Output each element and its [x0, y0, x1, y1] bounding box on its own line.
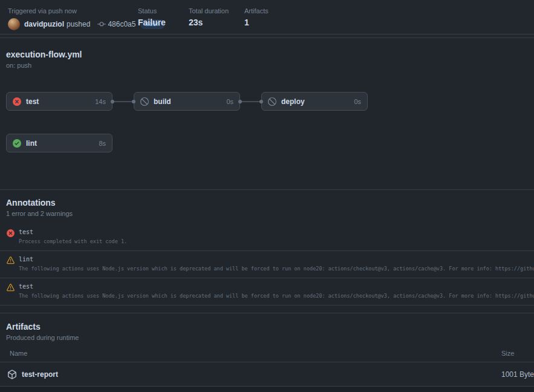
- action-text: pushed: [67, 20, 90, 28]
- artifacts-label: Artifacts: [244, 7, 269, 15]
- artifact-size: 1001 Bytes: [501, 370, 534, 379]
- annotation-message: Process completed with exit code 1.: [19, 238, 534, 244]
- artifact-name[interactable]: test-report: [22, 370, 501, 379]
- job-connector: [240, 101, 261, 102]
- check-circle-fill-icon: [13, 139, 21, 148]
- annotation-message: The following actions uses Node.js versi…: [19, 293, 534, 299]
- job-card-deploy[interactable]: deploy 0s: [261, 92, 368, 111]
- annotations-section: Annotations 1 error and 2 warnings test …: [0, 190, 534, 313]
- page-footer: [0, 387, 534, 392]
- job-duration: 14s: [95, 98, 106, 105]
- x-circle-fill-icon: [7, 229, 15, 237]
- artifacts-title: Artifacts: [6, 322, 528, 332]
- duration-stat: Total duration 23s: [189, 7, 229, 27]
- annotations-title: Annotations: [6, 198, 528, 207]
- annotation-error-test[interactable]: test Process completed with exit code 1.: [0, 224, 534, 251]
- artifacts-table: Name Size test-report 1001 Bytes: [0, 350, 534, 387]
- job-card-lint[interactable]: lint 8s: [6, 134, 112, 152]
- job-name: deploy: [281, 97, 354, 106]
- artifacts-table-header: Name Size: [0, 350, 534, 362]
- annotation-warning-test[interactable]: test The following actions uses Node.js …: [0, 278, 534, 305]
- status-stat: Status Failure: [138, 7, 166, 27]
- job-name: test: [26, 97, 95, 106]
- job-name: build: [154, 97, 226, 106]
- annotation-job-name: lint: [19, 256, 534, 263]
- run-summary-header: Triggered via push now davidpuziol pushe…: [0, 0, 534, 34]
- annotation-warning-lint[interactable]: lint The following actions uses Node.js …: [0, 251, 534, 278]
- annotation-list: test Process completed with exit code 1.…: [0, 224, 534, 305]
- name-column-header: Name: [10, 350, 501, 357]
- x-circle-fill-icon: [13, 97, 21, 106]
- artifacts-stat: Artifacts 1: [244, 7, 269, 27]
- git-commit-icon: [97, 20, 106, 28]
- annotation-message: The following actions uses Node.js versi…: [19, 266, 534, 272]
- artifacts-count: 1: [244, 18, 269, 27]
- artifacts-section: Artifacts Produced during runtime Name S…: [0, 313, 534, 387]
- job-name: lint: [26, 139, 99, 148]
- status-value: Failure: [138, 18, 166, 27]
- trigger-info: Triggered via push now davidpuziol pushe…: [8, 7, 534, 30]
- annotations-subtitle: 1 error and 2 warnings: [6, 210, 528, 217]
- commit-link[interactable]: 486c0a5: [108, 20, 135, 28]
- duration-label: Total duration: [189, 7, 229, 15]
- run-content: execution-flow.yml on: push test 14s bui…: [0, 38, 534, 387]
- job-connector: [112, 101, 134, 102]
- workflow-file-title: execution-flow.yml: [6, 50, 528, 59]
- workflow-graph-section: execution-flow.yml on: push test 14s bui…: [0, 38, 534, 190]
- size-column-header: Size: [501, 350, 534, 357]
- job-graph: test 14s build 0s deploy 0: [6, 92, 528, 152]
- job-duration: 0s: [226, 98, 233, 105]
- triggered-label: Triggered via push now: [8, 7, 534, 15]
- workflow-trigger: on: push: [6, 62, 528, 69]
- duration-value: 23s: [189, 18, 229, 27]
- package-icon: [7, 370, 17, 379]
- annotation-job-name: test: [19, 283, 534, 290]
- alert-triangle-icon: [7, 256, 15, 264]
- actor-name[interactable]: davidpuziol: [24, 20, 64, 28]
- skip-icon: [268, 97, 276, 106]
- alert-triangle-icon: [7, 284, 15, 292]
- job-card-test[interactable]: test 14s: [6, 92, 112, 111]
- artifact-row[interactable]: test-report 1001 Bytes: [0, 362, 534, 387]
- job-duration: 8s: [99, 140, 106, 147]
- job-duration: 0s: [354, 98, 361, 105]
- skip-icon: [140, 97, 149, 106]
- annotation-job-name: test: [19, 229, 534, 235]
- avatar[interactable]: [8, 18, 20, 30]
- status-label: Status: [138, 7, 166, 15]
- job-card-build[interactable]: build 0s: [134, 92, 240, 111]
- artifacts-subtitle: Produced during runtime: [6, 334, 528, 341]
